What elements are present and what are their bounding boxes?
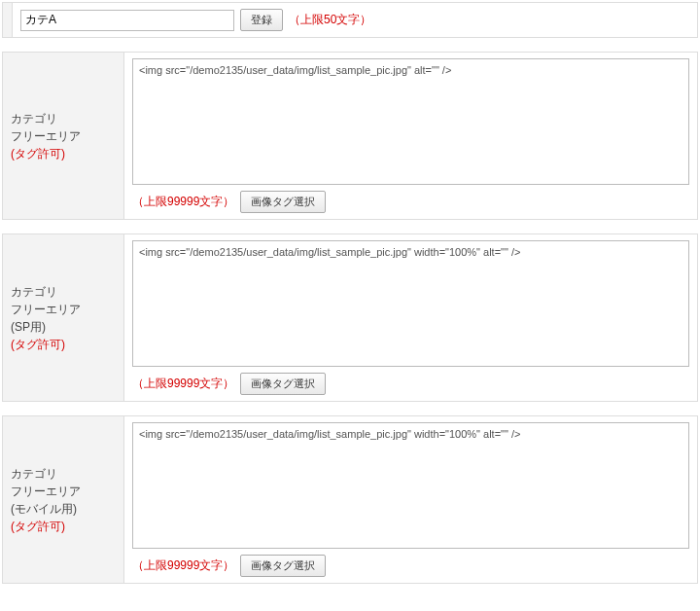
- name-content: 登録 （上限50文字）: [13, 3, 697, 37]
- label-cell-empty: [3, 3, 13, 37]
- label-cell-freearea: カテゴリ フリーエリア (タグ許可): [3, 53, 124, 219]
- freearea-limit-note: （上限99999文字）: [132, 194, 234, 210]
- freearea-below: （上限99999文字） 画像タグ選択: [132, 189, 689, 213]
- label-line: フリーエリア: [11, 301, 116, 318]
- image-tag-select-button[interactable]: 画像タグ選択: [240, 191, 326, 213]
- freearea-sp-textarea[interactable]: [132, 240, 689, 367]
- label-line: (モバイル用): [11, 500, 116, 518]
- name-controls: 登録 （上限50文字）: [20, 9, 689, 31]
- tag-allowed-note: (タグ許可): [11, 518, 116, 535]
- freearea-mobile-below: （上限99999文字） 画像タグ選択: [132, 553, 689, 577]
- tag-allowed-note: (タグ許可): [11, 145, 116, 162]
- label-cell-freearea-mobile: カテゴリ フリーエリア (モバイル用) (タグ許可): [3, 416, 124, 583]
- freearea-mobile-limit-note: （上限99999文字）: [132, 557, 234, 574]
- image-tag-select-button-mobile[interactable]: 画像タグ選択: [240, 555, 326, 577]
- freearea-sp-below: （上限99999文字） 画像タグ選択: [132, 371, 689, 395]
- tag-allowed-note: (タグ許可): [11, 336, 116, 353]
- label-line: フリーエリア: [11, 483, 116, 500]
- freearea-sp-content: （上限99999文字） 画像タグ選択: [124, 234, 697, 401]
- image-tag-select-button-sp[interactable]: 画像タグ選択: [240, 373, 326, 395]
- register-button[interactable]: 登録: [240, 9, 283, 31]
- label-line: (SP用): [11, 318, 116, 336]
- label-line: カテゴリ: [11, 283, 116, 301]
- freearea-mobile-row: カテゴリ フリーエリア (モバイル用) (タグ許可) （上限99999文字） 画…: [2, 415, 698, 584]
- label-line: フリーエリア: [11, 127, 116, 145]
- label-line: カテゴリ: [11, 110, 116, 127]
- freearea-textarea[interactable]: [132, 58, 689, 185]
- freearea-sp-row: カテゴリ フリーエリア (SP用) (タグ許可) （上限99999文字） 画像タ…: [2, 234, 698, 402]
- freearea-mobile-content: （上限99999文字） 画像タグ選択: [124, 416, 697, 583]
- label-cell-freearea-sp: カテゴリ フリーエリア (SP用) (タグ許可): [3, 234, 124, 401]
- name-row: 登録 （上限50文字）: [2, 2, 698, 38]
- name-limit-note: （上限50文字）: [289, 12, 371, 28]
- freearea-mobile-textarea[interactable]: [132, 422, 689, 549]
- freearea-content: （上限99999文字） 画像タグ選択: [124, 53, 697, 219]
- category-name-input[interactable]: [20, 10, 234, 31]
- freearea-sp-limit-note: （上限99999文字）: [132, 376, 234, 392]
- freearea-row: カテゴリ フリーエリア (タグ許可) （上限99999文字） 画像タグ選択: [2, 52, 698, 220]
- label-line: カテゴリ: [11, 465, 116, 483]
